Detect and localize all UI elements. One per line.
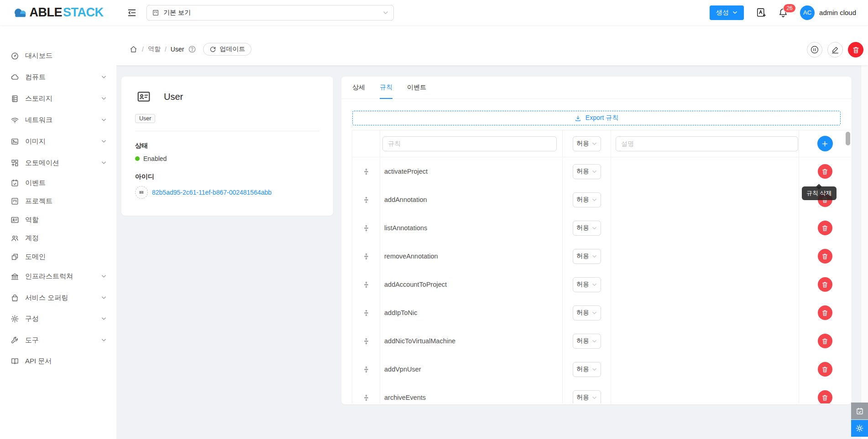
event-log-button[interactable] [851, 403, 868, 419]
delete-rule-button[interactable] [818, 249, 832, 263]
delete-role-button[interactable] [848, 42, 863, 57]
sidebar-item-compute[interactable]: 컴퓨트 [0, 67, 116, 88]
new-rule-input[interactable] [382, 136, 557, 151]
table-row: activateProject 허용 [352, 157, 851, 186]
chevron-down-icon [592, 395, 597, 400]
rule-name: addAnnotation [382, 196, 427, 203]
sidebar-item-network[interactable]: 네트워크 [0, 109, 116, 131]
home-icon[interactable] [129, 45, 138, 54]
delete-rule-button[interactable] [818, 305, 832, 320]
create-button-label: 생성 [716, 9, 729, 17]
sidebar-item-images[interactable]: 이미지 [0, 131, 116, 152]
shopping-bag-icon [10, 294, 19, 302]
sidebar-item-accounts[interactable]: 계정 [0, 229, 116, 248]
new-rule-permission-select[interactable]: 허용 [573, 136, 601, 151]
sidebar-item-label: 구성 [25, 315, 39, 323]
permission-select[interactable]: 허용 [573, 164, 601, 179]
sidebar-item-events[interactable]: 이벤트 [0, 174, 116, 192]
sidebar-item-automation[interactable]: 오토메이션 [0, 152, 116, 174]
chevron-down-icon [101, 316, 106, 321]
dashboard-icon [10, 52, 19, 60]
idcard-icon [135, 89, 152, 104]
drag-handle[interactable] [362, 196, 370, 204]
permission-value: 허용 [576, 365, 589, 373]
bank-icon [10, 272, 19, 281]
barcode-icon [138, 189, 145, 196]
copy-id-button[interactable] [135, 186, 148, 199]
breadcrumb-roles-link[interactable]: 역할 [148, 45, 161, 53]
drag-handle[interactable] [362, 309, 370, 317]
delete-rule-button[interactable] [818, 277, 832, 292]
create-button[interactable]: 생성 [710, 5, 744, 20]
permission-select[interactable]: 허용 [573, 249, 601, 264]
sidebar-item-infrastructure[interactable]: 인프라스트럭쳐 [0, 266, 116, 288]
rule-name: listAnnotations [382, 224, 427, 232]
chevron-down-icon [101, 118, 106, 123]
update-button[interactable]: 업데이트 [203, 43, 251, 56]
delete-rule-button[interactable] [818, 221, 832, 235]
drag-handle[interactable] [362, 224, 370, 232]
chevron-down-icon [101, 96, 106, 101]
delete-rule-button[interactable] [818, 362, 832, 377]
delete-rule-button[interactable] [818, 164, 832, 179]
sidebar-collapse-button[interactable] [125, 6, 138, 19]
user-menu[interactable]: AC admin cloud [800, 5, 856, 20]
trash-icon [821, 309, 829, 317]
delete-rule-button[interactable] [818, 334, 832, 348]
page-header-band: / 역할 / User 업데이트 [116, 25, 868, 65]
tab-rules[interactable]: 규칙 [380, 77, 392, 98]
permission-select[interactable]: 허용 [573, 305, 601, 320]
drag-handle[interactable] [362, 366, 370, 373]
role-info-card: User User 상태 Enabled 아이디 82b5ad95-2c61-1… [121, 77, 333, 216]
drag-handle[interactable] [362, 253, 370, 260]
permission-select[interactable]: 허용 [573, 192, 601, 207]
drag-handle[interactable] [362, 281, 370, 289]
sidebar-item-roles[interactable]: 역할 [0, 211, 116, 229]
disable-role-button[interactable] [807, 42, 822, 57]
permission-select[interactable]: 허용 [573, 390, 601, 404]
permission-value: 허용 [576, 337, 589, 345]
sidebar-item-tools[interactable]: 도구 [0, 330, 116, 351]
sidebar-item-dashboard[interactable]: 대시보드 [0, 45, 116, 67]
help-icon[interactable] [188, 45, 196, 53]
plus-icon [821, 140, 829, 148]
sidebar-item-projects[interactable]: 프로젝트 [0, 192, 116, 211]
sidebar-item-storage[interactable]: 스토리지 [0, 88, 116, 109]
breadcrumb-current: User [171, 46, 184, 53]
sidebar-item-configuration[interactable]: 구성 [0, 309, 116, 330]
drag-handle[interactable] [362, 394, 370, 402]
wrench-icon [10, 336, 19, 345]
edit-icon [831, 45, 840, 54]
new-rule-description-input[interactable] [616, 136, 798, 151]
app-logo[interactable]: ABLESTACK [0, 0, 116, 25]
permission-select[interactable]: 허용 [573, 221, 601, 236]
role-id-link[interactable]: 82b5ad95-2c61-11ef-b867-002481564abb [152, 189, 272, 196]
delete-rule-button[interactable] [818, 390, 832, 403]
permission-value: 허용 [576, 309, 589, 317]
edit-role-button[interactable] [827, 42, 843, 57]
scrollbar-thumb[interactable] [846, 132, 850, 145]
tab-details[interactable]: 상세 [352, 77, 365, 98]
permission-select[interactable]: 허용 [573, 362, 601, 377]
drag-handle[interactable] [362, 168, 370, 176]
status-label: 상태 [135, 142, 319, 150]
add-rule-button[interactable] [817, 136, 833, 151]
breadcrumb-separator: / [165, 46, 167, 53]
export-rules-button[interactable]: Export 규칙 [352, 111, 841, 125]
sidebar-item-label: 프로젝트 [25, 197, 52, 206]
drag-handle[interactable] [362, 337, 370, 345]
sidebar-item-api-docs[interactable]: API 문서 [0, 351, 116, 372]
tab-events[interactable]: 이벤트 [407, 77, 426, 98]
settings-button[interactable] [851, 420, 868, 437]
notifications-button[interactable]: 26 [778, 8, 788, 18]
page-scrollbar[interactable] [861, 65, 868, 439]
tab-label: 이벤트 [407, 83, 426, 92]
permission-select[interactable]: 허용 [573, 277, 601, 292]
sidebar-item-domains[interactable]: 도메인 [0, 248, 116, 266]
create-user-button[interactable] [756, 7, 766, 18]
tab-label: 규칙 [380, 83, 392, 92]
sidebar-item-service-offerings[interactable]: 서비스 오퍼링 [0, 287, 116, 309]
status-value: Enabled [143, 155, 167, 162]
view-selector[interactable]: 기본 보기 [146, 5, 394, 21]
permission-select[interactable]: 허용 [573, 334, 601, 349]
